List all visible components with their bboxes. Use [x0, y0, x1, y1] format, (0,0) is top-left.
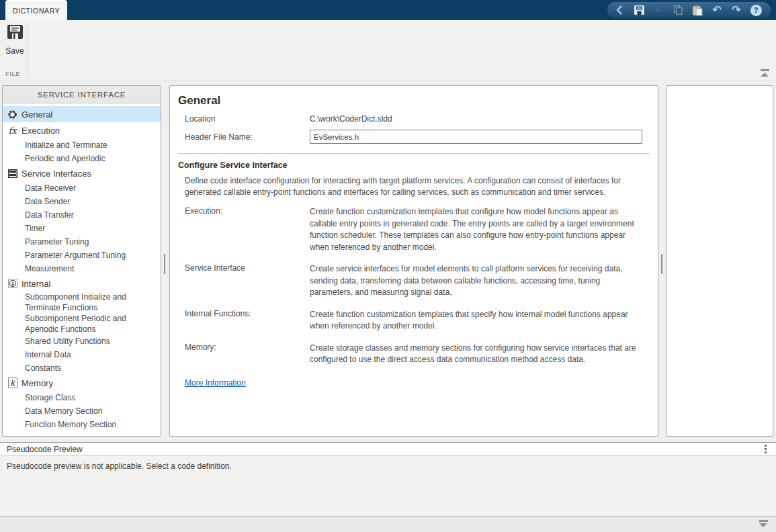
panel-menu-grip-icon[interactable]: [765, 445, 767, 453]
section-divider: [178, 153, 650, 154]
header-file-row: Header File Name:: [185, 130, 650, 144]
help-icon[interactable]: ?: [749, 3, 763, 17]
config-desc: Create function customization templates …: [310, 206, 643, 253]
config-row-internal-functions: Internal Functions: Create function cust…: [185, 309, 650, 332]
sidebar-item-subcomponent-periodic-aperiodic[interactable]: Subcomponent Periodic and Aperiodic Func…: [3, 313, 161, 335]
configure-section-intro: Define code interface configuration for …: [185, 175, 647, 198]
sidebar-item-data-receiver[interactable]: Data Receiver: [3, 181, 161, 195]
gear-icon: [7, 109, 18, 120]
detail-panel-empty: [666, 85, 773, 437]
left-splitter-handle[interactable]: [164, 254, 165, 274]
cut-icon[interactable]: ✂: [652, 3, 665, 17]
service-interface-panel: SERVICE INTERFACE General fx Execution I…: [2, 85, 161, 437]
redo-icon[interactable]: ↷: [730, 3, 743, 17]
sidebar-item-data-transfer[interactable]: Data Transfer: [3, 208, 161, 222]
title-bar: DICTIONARY ✂: [0, 0, 776, 20]
ribbon-separator: [28, 24, 28, 77]
sidebar-item-memory[interactable]: k Memory: [3, 375, 161, 391]
sidebar-item-data-sender[interactable]: Data Sender: [3, 195, 161, 208]
memory-k-icon: k: [7, 378, 18, 388]
more-information-link[interactable]: More Information: [185, 378, 246, 388]
config-term: Internal Functions:: [185, 309, 310, 332]
sidebar-item-parameter-argument-tuning[interactable]: Parameter Argument Tuning: [3, 249, 161, 262]
internal-icon: [7, 278, 18, 289]
sidebar-item-storage-class[interactable]: Storage Class: [3, 391, 161, 404]
save-icon[interactable]: [632, 3, 646, 17]
config-row-execution: Execution: Create function customization…: [185, 206, 650, 253]
pseudocode-preview-header[interactable]: Pseudocode Preview: [0, 442, 776, 456]
sidebar-item-constants[interactable]: Constants: [3, 361, 161, 375]
minimize-ribbon-icon[interactable]: [760, 69, 769, 77]
sidebar-item-data-memory-section[interactable]: Data Memory Section: [3, 404, 161, 418]
sidebar-item-subcomponent-initialize-terminate[interactable]: Subcomponent Initialize and Terminate Fu…: [3, 292, 161, 313]
sidebar-item-execution[interactable]: fx Execution: [3, 122, 161, 138]
sidebar-item-shared-utility-functions[interactable]: Shared Utility Functions: [3, 335, 161, 348]
header-file-name-label: Header File Name:: [185, 132, 310, 142]
quick-access-toolbar: ✂ ↶ ↷ ?: [607, 2, 771, 18]
sidebar-item-timer[interactable]: Timer: [3, 222, 161, 235]
pseudocode-preview-body: Pseudocode preview is not applicable. Se…: [0, 456, 776, 516]
service-interfaces-icon: [7, 168, 18, 179]
header-file-name-input[interactable]: [310, 130, 642, 144]
config-desc: Create function customization templates …: [310, 309, 643, 332]
save-floppy-icon: [7, 24, 24, 42]
sidebar-item-parameter-tuning[interactable]: Parameter Tuning: [3, 235, 161, 249]
sidebar-item-periodic-and-aperiodic[interactable]: Periodic and Aperiodic: [3, 152, 161, 165]
config-desc: Create storage classes and memory sectio…: [310, 343, 643, 366]
location-row: Location C:\work\CoderDict.sldd: [185, 114, 650, 124]
general-settings-panel: General Location C:\work\CoderDict.sldd …: [169, 85, 658, 437]
save-button[interactable]: Save: [4, 24, 26, 62]
page-title: General: [178, 94, 650, 107]
configure-section-title: Configure Service Interface: [178, 161, 650, 170]
pseudocode-preview-message: Pseudocode preview is not applicable. Se…: [7, 461, 776, 471]
sidebar-item-initialize-and-terminate[interactable]: Initialize and Terminate: [3, 138, 161, 152]
config-desc: Create service interfaces for model elem…: [310, 263, 643, 299]
tab-dictionary[interactable]: DICTIONARY: [5, 1, 67, 20]
fx-icon: fx: [7, 125, 18, 136]
sidebar-tree: General fx Execution Initialize and Term…: [3, 103, 161, 431]
ribbon: Save FILE: [0, 20, 776, 81]
config-row-memory: Memory: Create storage classes and memor…: [185, 343, 650, 366]
save-button-label: Save: [5, 46, 24, 56]
location-value: C:\work\CoderDict.sldd: [310, 114, 392, 124]
undo-icon[interactable]: ↶: [710, 3, 724, 17]
config-term: Service Interface: [185, 263, 310, 299]
sidebar-item-measurement[interactable]: Measurement: [3, 262, 161, 275]
ribbon-section-label: FILE: [5, 70, 20, 77]
sidebar-item-function-memory-section[interactable]: Function Memory Section: [3, 418, 161, 431]
copy-icon[interactable]: [671, 3, 685, 17]
bottom-status-strip: [0, 516, 776, 532]
sidebar-header: SERVICE INTERFACE: [3, 86, 161, 103]
collapse-left-icon[interactable]: [613, 3, 626, 17]
sidebar-item-internal-data[interactable]: Internal Data: [3, 348, 161, 361]
sidebar-item-internal[interactable]: Internal: [3, 275, 161, 292]
config-term: Execution:: [185, 206, 310, 253]
sidebar-item-general[interactable]: General: [3, 106, 161, 122]
location-label: Location: [185, 114, 310, 124]
collapse-preview-icon[interactable]: [759, 520, 768, 527]
right-splitter-handle[interactable]: [661, 254, 662, 274]
config-row-service-interface: Service Interface Create service interfa…: [185, 263, 650, 299]
pseudocode-preview-title: Pseudocode Preview: [7, 445, 83, 454]
sidebar-item-service-interfaces[interactable]: Service Interfaces: [3, 165, 161, 181]
config-term: Memory:: [185, 343, 310, 366]
paste-icon[interactable]: [691, 3, 704, 17]
tab-dictionary-label: DICTIONARY: [13, 7, 60, 15]
